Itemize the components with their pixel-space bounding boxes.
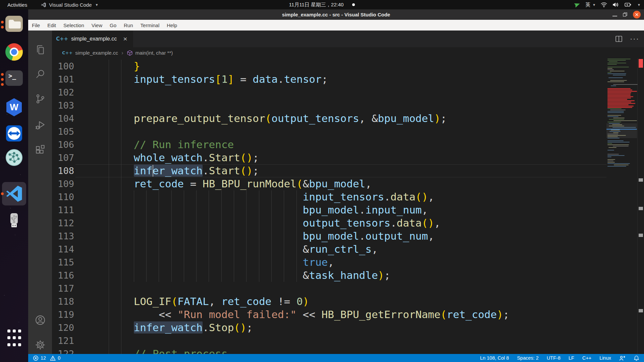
clock-label[interactable]: 11月11日 星期三，22:40	[289, 2, 344, 8]
settings-gear-icon[interactable]	[28, 336, 52, 354]
code-line[interactable]: ret_code = HB_BPU_runModel(&bpu_model,	[109, 177, 372, 190]
code-token: ret_code	[134, 178, 184, 190]
code-token: ;	[384, 269, 390, 281]
account-icon[interactable]	[28, 311, 52, 329]
search-icon[interactable]	[28, 65, 52, 83]
dock-item-terminal[interactable]: >_	[0, 70, 28, 88]
code-token: prepare_output_tensor	[134, 112, 265, 124]
code-line[interactable]: bpu_model.input_num,	[109, 203, 428, 217]
code-line[interactable]: &task_handle);	[109, 269, 390, 282]
notification-dot	[352, 3, 355, 6]
tab-simple-example[interactable]: C++ simple_example.cc ×	[52, 31, 133, 47]
menu-terminal[interactable]: Terminal	[137, 20, 163, 31]
send-icon[interactable]	[574, 1, 581, 8]
code-token: (	[171, 295, 178, 307]
ruler-mark	[639, 178, 643, 182]
menu-view[interactable]: View	[88, 20, 106, 31]
dock-item-chrome[interactable]	[0, 43, 28, 61]
ime-indicator[interactable]: 英 ▼	[585, 2, 596, 8]
line-number: 106	[52, 138, 74, 151]
volume-icon[interactable]	[612, 1, 619, 8]
code-token: ()	[416, 191, 428, 203]
dock-item-vscode[interactable]	[0, 185, 28, 203]
breadcrumb-symbol[interactable]: main(int, char **)	[136, 50, 173, 56]
tab-label: simple_example.cc	[71, 36, 117, 42]
status-item[interactable]: UTF-8	[547, 355, 560, 361]
menu-file[interactable]: File	[28, 20, 44, 31]
code-line[interactable]: input_tensors.data(),	[109, 190, 434, 203]
code-token: ,	[422, 204, 428, 216]
code-token: tensor	[284, 73, 322, 85]
code-line[interactable]: &run_ctrl_s,	[109, 243, 378, 256]
indent-guide	[109, 99, 109, 112]
menu-selection[interactable]: Selection	[60, 20, 88, 31]
code-line[interactable]: prepare_output_tensor(output_tensors, &b…	[109, 112, 447, 125]
code-editor[interactable]: 100 }101 input_tensors[1] = data.tensor;…	[52, 58, 644, 362]
dock-item-show-apps[interactable]	[0, 329, 28, 348]
code-token: [	[215, 73, 221, 85]
minimap[interactable]	[606, 58, 637, 362]
menu-go[interactable]: Go	[106, 20, 120, 31]
problems-indicator[interactable]: 12 0	[33, 355, 60, 361]
code-line[interactable]: input_tensors[1] = data.tensor;	[109, 73, 328, 86]
more-actions-icon[interactable]: ···	[630, 35, 639, 43]
menu-run[interactable]: Run	[120, 20, 137, 31]
dock-item-usb-drive[interactable]	[0, 211, 28, 229]
focused-app-name: Visual Studio Code	[49, 2, 92, 8]
status-item[interactable]: C++	[582, 355, 591, 361]
code-line[interactable]: // Run inference	[109, 138, 234, 151]
tab-close-icon[interactable]: ×	[123, 35, 127, 43]
code-token: input_tensors	[134, 73, 215, 85]
minimize-button[interactable]	[612, 16, 617, 16]
chevron-down-icon[interactable]: ▼	[637, 3, 641, 7]
status-item[interactable]: Spaces: 2	[517, 355, 539, 361]
code-line[interactable]: LOG_IF(FATAL, ret_code != 0)	[109, 295, 309, 308]
run-debug-icon[interactable]	[28, 116, 52, 134]
wifi-icon[interactable]	[600, 1, 607, 8]
activities-button[interactable]: Activities	[0, 0, 35, 9]
indent-guide	[121, 125, 121, 138]
code-token: =	[234, 73, 253, 85]
code-token: // Run inference	[134, 138, 234, 150]
status-item[interactable]: Linux	[599, 355, 611, 361]
dock-item-teamviewer[interactable]	[0, 124, 28, 142]
code-token: output_tensors	[303, 217, 390, 229]
dock-item-netron[interactable]	[0, 148, 28, 167]
code-line[interactable]: infer_watch.Stop();	[109, 321, 253, 334]
activity-bar	[28, 31, 52, 354]
code-line[interactable]: true,	[109, 256, 334, 269]
status-item[interactable]: Ln 108, Col 8	[480, 355, 509, 361]
extensions-icon[interactable]	[28, 141, 52, 159]
code-line[interactable]: bpu_model.output_num,	[109, 230, 434, 243]
tab-bar: C++ simple_example.cc × ···	[52, 31, 644, 47]
feedback-icon[interactable]	[619, 355, 626, 361]
dock-item-files[interactable]	[0, 15, 28, 34]
overview-ruler[interactable]	[637, 58, 644, 362]
split-editor-icon[interactable]	[614, 35, 623, 43]
explorer-icon[interactable]	[28, 41, 52, 59]
code-token: bpu_model	[303, 204, 359, 216]
menu-edit[interactable]: Edit	[44, 20, 60, 31]
indent-guide	[109, 125, 109, 138]
battery-icon[interactable]	[624, 1, 632, 8]
code-line[interactable]: << "Run model failed:" << HB_BPU_getErro…	[109, 308, 509, 321]
code-line[interactable]: infer_watch.Start();	[109, 164, 259, 177]
focused-app-menu[interactable]: Visual Studio Code ▼	[41, 2, 98, 8]
bell-icon[interactable]	[634, 355, 639, 361]
status-item[interactable]: LF	[569, 355, 574, 361]
dock-item-wps-office[interactable]: W	[0, 98, 28, 116]
code-line[interactable]: whole_watch.Start();	[109, 151, 259, 164]
breadcrumb-file[interactable]: simple_example.cc	[75, 50, 118, 56]
code-line[interactable]: }	[109, 60, 140, 73]
code-line[interactable]: output_tensors.data(),	[109, 217, 440, 230]
close-button[interactable]: ✕	[633, 11, 641, 18]
line-number: 110	[52, 190, 74, 203]
source-control-icon[interactable]	[28, 90, 52, 108]
title-bar[interactable]: simple_example.cc - src - Visual Studio …	[28, 9, 644, 20]
chevron-right-icon: ›	[121, 50, 124, 56]
restore-button[interactable]	[623, 12, 628, 17]
minimap-current-line	[606, 129, 637, 130]
code-token	[109, 73, 134, 85]
indent-guide	[109, 86, 109, 99]
menu-help[interactable]: Help	[163, 20, 181, 31]
